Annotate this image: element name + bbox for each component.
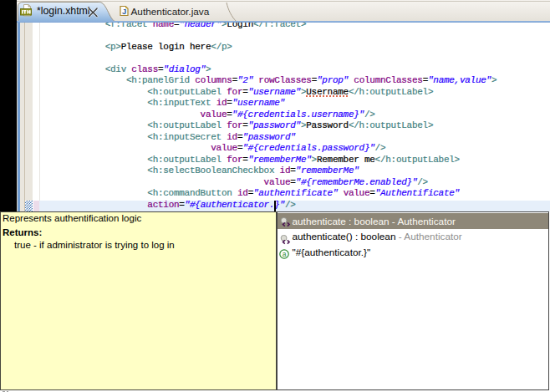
svg-text:J: J (122, 6, 126, 15)
svg-text:a: a (283, 250, 287, 258)
